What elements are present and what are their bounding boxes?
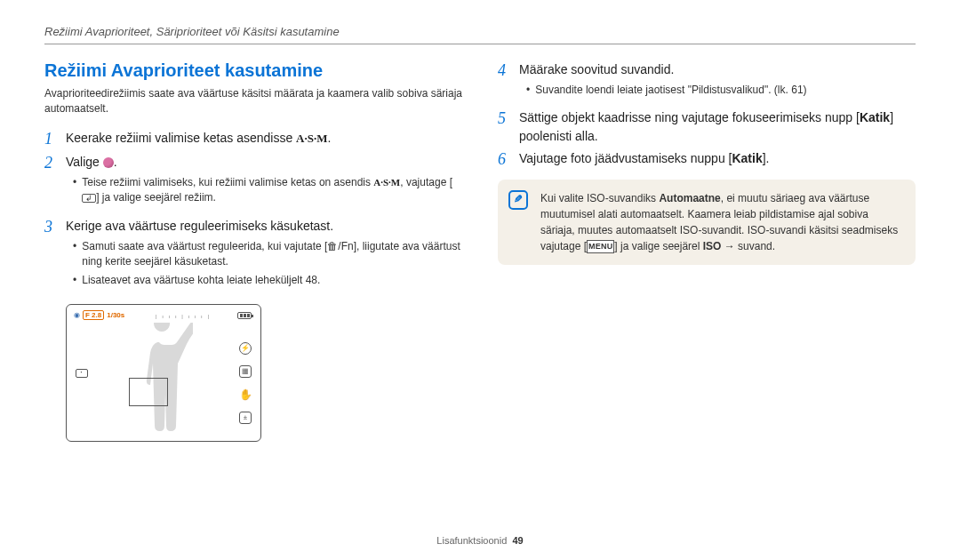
step-number: 6: [498, 149, 510, 170]
step-4: 4 Määrake soovitud suvandid. • Suvandite…: [498, 60, 916, 105]
setting-icon: ▦: [239, 365, 252, 378]
return-icon: [82, 194, 96, 203]
aperture-value: F 2.8: [83, 310, 104, 320]
step-6: 6 Vajutage foto jäädvustamiseks nuppu [K…: [498, 149, 916, 170]
mode-asm-icon: A·S·M: [296, 130, 327, 148]
step-3: 3 Kerige ava väärtuse reguleerimiseks kä…: [44, 217, 462, 295]
intro-text: Avaprioriteedirežiimis saate ava väärtus…: [44, 86, 462, 116]
camera-preview: ◉ F 2.8 1/30s | ı ı ı | ı ı ı | ⚡ ▦ ✋ ±: [66, 304, 261, 442]
divider: [44, 44, 916, 44]
bullet: • Samuti saate ava väärtust reguleerida,…: [73, 239, 462, 270]
content-columns: Režiimi Avaprioriteet kasutamine Avaprio…: [44, 60, 916, 442]
focus-point-icon: [76, 369, 88, 378]
step-1: 1 Keerake režiimi valimise ketas asendis…: [44, 129, 462, 149]
menu-icon: MENU: [587, 240, 614, 254]
breadcrumb-header: Režiimi Avaprioriteet, Säriprioriteet võ…: [44, 25, 916, 38]
bullet: • Lisateavet ava väärtuse kohta leiate l…: [73, 273, 462, 288]
stabilizer-icon: ✋: [239, 388, 252, 401]
section-title: Režiimi Avaprioriteet kasutamine: [44, 60, 462, 81]
right-column: 4 Määrake soovitud suvandid. • Suvandite…: [498, 60, 916, 442]
battery-icon: [237, 312, 252, 319]
focus-frame: [129, 378, 168, 406]
left-column: Režiimi Avaprioriteet kasutamine Avaprio…: [44, 60, 462, 442]
page-footer: Lisafunktsioonid 49: [0, 535, 960, 546]
step-text: Määrake soovitud suvandid.: [519, 60, 916, 79]
scene-icon: ◉: [74, 311, 80, 319]
step-text: Sättige objekt kaadrisse ning vajutage f…: [519, 108, 916, 146]
step-text: Keerake režiimi valimise ketas asendisse…: [66, 129, 462, 148]
info-note: Kui valite ISO-suvandiks Automaatne, ei …: [498, 180, 916, 265]
step-text: Kerige ava väärtuse reguleerimiseks käsu…: [66, 217, 462, 236]
bullet: • Suvandite loendi leiate jaotisest "Pil…: [526, 83, 916, 98]
exposure-icon: ±: [239, 412, 252, 424]
step-5: 5 Sättige objekt kaadrisse ning vajutage…: [498, 108, 916, 146]
shutter-value: 1/30s: [107, 311, 124, 319]
step-text: Valige .: [66, 153, 462, 172]
note-icon: [508, 190, 528, 210]
step-text: Vajutage foto jäädvustamiseks nuppu [Kat…: [519, 149, 916, 168]
step-number: 1: [44, 129, 57, 149]
step-number: 5: [498, 108, 510, 146]
step-number: 2: [44, 153, 57, 213]
mode-asm-icon: A·S·M: [373, 177, 400, 188]
step-2: 2 Valige . • Teise režiimi valimiseks, k…: [44, 153, 462, 213]
mode-select-icon: [103, 157, 114, 168]
flash-icon: ⚡: [239, 342, 252, 355]
step-number: 3: [44, 217, 57, 295]
bullet: • Teise režiimi valimiseks, kui režiimi …: [73, 175, 462, 206]
exposure-meter: | ı ı ı | ı ı ı |: [156, 314, 211, 319]
step-number: 4: [498, 60, 510, 105]
